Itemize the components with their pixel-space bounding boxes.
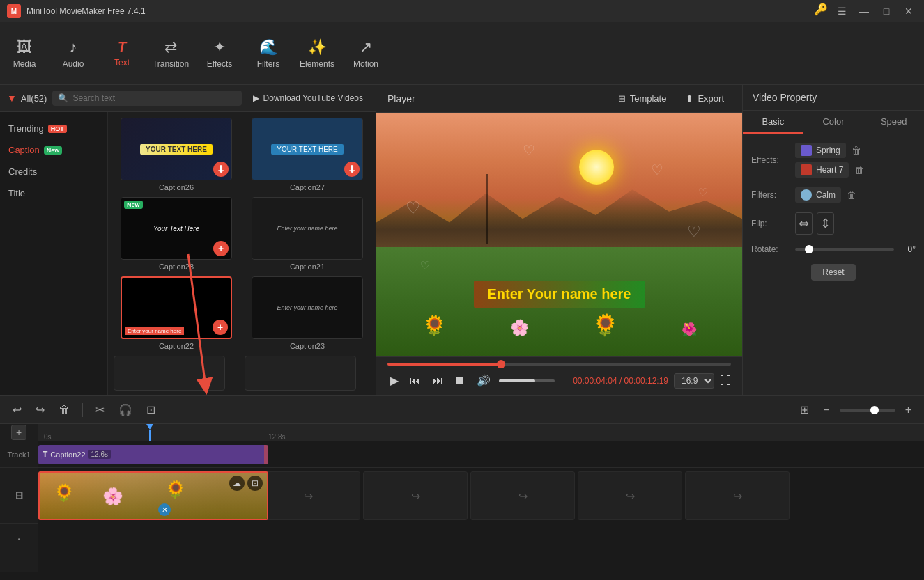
crop-btn[interactable]: ⊡ bbox=[142, 400, 160, 419]
toolbar-audio[interactable]: ♪ Audio bbox=[49, 26, 98, 81]
player-header: Player ⊞ Template ⬆ Export bbox=[376, 85, 742, 113]
flip-horizontal-btn[interactable]: ⇔ bbox=[795, 212, 813, 235]
zoom-thumb[interactable] bbox=[870, 406, 879, 414]
toolbar-transition[interactable]: ⇄ Transition bbox=[146, 26, 195, 81]
media-label: Media bbox=[13, 59, 36, 69]
caption-add-28[interactable]: + bbox=[213, 241, 229, 256]
rotate-slider[interactable] bbox=[795, 248, 894, 251]
sidebar-item-trending[interactable]: Trending HOT bbox=[0, 118, 107, 139]
template-btn[interactable]: ⊞ Template bbox=[611, 91, 674, 107]
youtube-icon: ▶ bbox=[253, 93, 259, 103]
sidebar-item-credits[interactable]: Credits bbox=[0, 161, 107, 182]
volume-slider[interactable] bbox=[499, 379, 555, 382]
caption-card-27[interactable]: YOUR TEXT HERE ⬇ Caption27 bbox=[245, 118, 370, 191]
audio-edit-btn[interactable]: 🎧 bbox=[114, 400, 137, 419]
timeline-scrollbar[interactable] bbox=[0, 572, 924, 580]
effects-icon: ✦ bbox=[213, 38, 226, 56]
caption-track-item[interactable]: T Caption22 12.6s bbox=[38, 445, 268, 464]
close-btn[interactable]: ✕ bbox=[900, 3, 917, 19]
next-btn[interactable]: ⏭ bbox=[429, 372, 446, 390]
caption-card-22[interactable]: Enter your name here + Caption22 bbox=[114, 276, 239, 350]
empty-slot-3[interactable]: ↪ bbox=[256, 471, 360, 520]
caption-card-28[interactable]: New Your Text Here + Caption28 bbox=[114, 197, 239, 271]
fullscreen-btn[interactable]: ⛶ bbox=[720, 375, 731, 387]
cap26-text: YOUR TEXT HERE bbox=[140, 144, 213, 155]
left-panel-header: ▼ All(52) 🔍 ▶ Download YouTube Videos bbox=[0, 85, 376, 112]
undo-btn[interactable]: ↩ bbox=[8, 400, 26, 419]
text-label: Text bbox=[114, 58, 130, 68]
toolbar-media[interactable]: 🖼 Media bbox=[0, 26, 49, 81]
split-view-btn[interactable]: ⊞ bbox=[796, 400, 813, 419]
caption-thumb-26[interactable]: YOUR TEXT HERE ⬇ bbox=[121, 118, 232, 180]
tab-basic[interactable]: Basic bbox=[743, 111, 803, 134]
reset-btn[interactable]: Reset bbox=[811, 264, 855, 281]
caption-download-27[interactable]: ⬇ bbox=[344, 162, 360, 177]
play-btn[interactable]: ▶ bbox=[387, 371, 401, 390]
export-icon: ⬆ bbox=[686, 93, 693, 104]
caption-thumb-23[interactable]: Enter your name here bbox=[252, 276, 363, 339]
flip-vertical-btn[interactable]: ⇕ bbox=[817, 212, 834, 235]
add-track-btn[interactable]: + bbox=[11, 425, 26, 440]
toolbar-text[interactable]: T Text bbox=[98, 26, 146, 81]
empty-slot-5[interactable]: ↪ bbox=[470, 471, 575, 520]
sidebar-item-caption[interactable]: Caption New bbox=[0, 139, 107, 161]
video-track-item[interactable]: 🌻 🌸 🌻 ☁ ⊡ ✕ bbox=[38, 471, 268, 520]
sidebar-item-title[interactable]: Title bbox=[0, 182, 107, 204]
prev-btn[interactable]: ⏮ bbox=[407, 372, 424, 390]
caption-partial-2 bbox=[245, 356, 356, 391]
zoom-slider[interactable] bbox=[840, 409, 895, 412]
volume-btn[interactable]: 🔊 bbox=[474, 371, 493, 390]
caption-card-21[interactable]: Enter your name here Caption21 bbox=[245, 197, 370, 271]
export-btn[interactable]: ⬆ Export bbox=[679, 91, 731, 107]
main-area: ▼ All(52) 🔍 ▶ Download YouTube Videos Tr… bbox=[0, 85, 924, 395]
property-content: Effects: Spring 🗑 Heart 7 bbox=[743, 134, 924, 395]
cut-btn[interactable]: ✂ bbox=[91, 400, 109, 419]
zoom-in-btn[interactable]: + bbox=[901, 401, 916, 419]
stop-btn[interactable]: ⏹ bbox=[452, 372, 468, 390]
delete-btn[interactable]: 🗑 bbox=[54, 401, 74, 419]
aspect-ratio-select[interactable]: 16:9 9:16 1:1 bbox=[674, 373, 714, 389]
window-menu-btn[interactable]: ☰ bbox=[833, 3, 850, 19]
film-icon: 🎞 bbox=[15, 492, 23, 500]
progress-thumb[interactable] bbox=[497, 360, 505, 368]
rotate-thumb[interactable] bbox=[805, 245, 813, 253]
trending-label: Trending bbox=[8, 123, 44, 134]
track-cloud-icon[interactable]: ☁ bbox=[229, 476, 245, 491]
toolbar-motion[interactable]: ↗ Motion bbox=[341, 26, 390, 81]
empty-slot-4[interactable]: ↪ bbox=[363, 471, 468, 520]
zoom-out-btn[interactable]: − bbox=[819, 401, 833, 419]
tab-speed[interactable]: Speed bbox=[863, 111, 924, 134]
tracks-scroll-area[interactable]: 0s 12.8s T Caption22 12.6s bbox=[38, 424, 924, 572]
delete-heart-btn[interactable]: 🗑 bbox=[853, 163, 865, 177]
redo-btn[interactable]: ↪ bbox=[31, 400, 49, 419]
toolbar-filters[interactable]: 🌊 Filters bbox=[244, 26, 293, 81]
progress-bar[interactable] bbox=[387, 363, 731, 366]
download-youtube-btn[interactable]: ▶ Download YouTube Videos bbox=[247, 91, 369, 106]
cap22-text: Enter your name here bbox=[125, 327, 184, 335]
caption-download-26[interactable]: ⬇ bbox=[213, 162, 229, 177]
caption-thumb-27[interactable]: YOUR TEXT HERE ⬇ bbox=[252, 118, 363, 180]
minimize-btn[interactable]: — bbox=[856, 3, 872, 19]
filter-calm-label: Calm bbox=[816, 190, 836, 200]
maximize-btn[interactable]: □ bbox=[878, 3, 895, 19]
caption-card-26[interactable]: YOUR TEXT HERE ⬇ Caption26 bbox=[114, 118, 239, 191]
toolbar-elements[interactable]: ✨ Elements bbox=[293, 26, 341, 81]
caption-track-duration: 12.6s bbox=[88, 450, 111, 459]
tab-color[interactable]: Color bbox=[803, 111, 864, 134]
empty-slot-7[interactable]: ↪ bbox=[685, 471, 790, 520]
delete-calm-btn[interactable]: 🗑 bbox=[845, 188, 858, 202]
delete-spring-btn[interactable]: 🗑 bbox=[850, 143, 863, 157]
search-input[interactable] bbox=[72, 93, 236, 103]
toolbar-effects[interactable]: ✦ Effects bbox=[195, 26, 244, 81]
x-badge[interactable]: ✕ bbox=[158, 503, 171, 516]
caption-add-22[interactable]: + bbox=[213, 320, 228, 335]
caption-resize-handle[interactable] bbox=[264, 445, 268, 464]
empty-slot-6[interactable]: ↪ bbox=[578, 471, 682, 520]
caption-thumb-28[interactable]: New Your Text Here + bbox=[121, 197, 232, 260]
caption-thumb-21[interactable]: Enter your name here bbox=[252, 197, 363, 260]
caption-thumb-22[interactable]: Enter your name here + bbox=[121, 276, 232, 339]
caption-card-23[interactable]: Enter your name here Caption23 bbox=[245, 276, 370, 350]
track-copy-icon[interactable]: ⊡ bbox=[247, 476, 263, 491]
search-box[interactable]: 🔍 bbox=[52, 91, 241, 106]
caption-grid: YOUR TEXT HERE ⬇ Caption26 YOUR TEXT HER… bbox=[108, 112, 376, 395]
